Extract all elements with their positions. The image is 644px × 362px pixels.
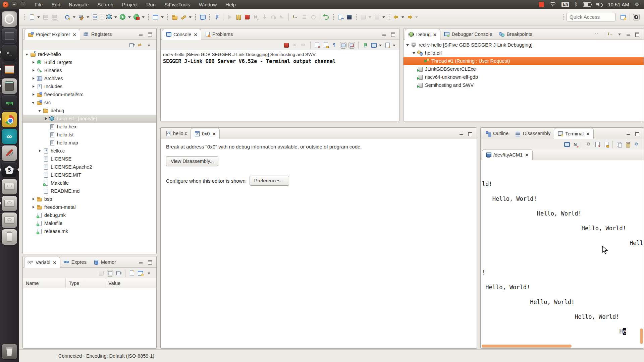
tree-item-hello-elf[interactable]: hello.elf [404, 49, 644, 57]
dock-item-workspace-switcher[interactable] [2, 28, 17, 44]
tab-dev-ttyacm1[interactable]: /dev/ttyACM1× [482, 149, 533, 160]
step-return-icon[interactable] [279, 14, 285, 20]
step-into-icon[interactable] [262, 14, 268, 20]
window-minimize-button[interactable]: – [11, 1, 17, 8]
istep-icon[interactable] [607, 31, 614, 37]
terminal-output[interactable]: ld! Hello, World! Hello, World! Hello, W… [481, 160, 644, 335]
column-value[interactable]: Value [105, 278, 156, 288]
link-editor-icon[interactable] [138, 42, 144, 48]
run-icon[interactable] [120, 14, 126, 20]
expand-arrow[interactable] [25, 52, 30, 57]
tree-item-license-apache2[interactable]: LICENSE.Apache2 [23, 163, 156, 171]
save-icon[interactable] [43, 14, 49, 20]
forward-icon[interactable] [407, 14, 413, 20]
dropdown-icon[interactable] [128, 14, 131, 20]
tree-item-binaries[interactable]: Binaries [23, 66, 156, 74]
save-all-icon[interactable] [51, 14, 57, 20]
tree-item-freedom-metal[interactable]: freedom-metal [23, 203, 156, 211]
dropdown-icon[interactable] [401, 14, 405, 20]
tab-debugger-console[interactable]: Debugger Console [440, 28, 495, 40]
layout-icon[interactable] [107, 270, 113, 276]
dropdown-icon[interactable] [114, 14, 118, 20]
tab-project-explorer[interactable]: Project Explorer× [24, 29, 80, 40]
view-menu-icon[interactable] [146, 270, 152, 276]
suspend-icon[interactable] [235, 14, 241, 20]
dock-item-usb-drive[interactable] [2, 229, 17, 245]
dock-item-system-tools[interactable]: ⚙ [2, 145, 17, 161]
sifive-perspective-icon[interactable] [633, 14, 639, 20]
filters-icon[interactable] [302, 14, 308, 20]
gray1-icon[interactable] [360, 14, 366, 20]
paste-icon[interactable] [625, 141, 631, 147]
term-clear-icon[interactable] [594, 141, 600, 147]
terminate-icon[interactable] [283, 42, 289, 48]
copy-icon[interactable] [616, 141, 622, 147]
gray2-icon[interactable] [374, 14, 380, 20]
memwin-icon[interactable] [346, 14, 352, 20]
dock-item-arduino[interactable]: ∞ [2, 129, 17, 144]
keyboard-layout-indicator[interactable]: En [561, 2, 569, 7]
wifi-icon[interactable] [549, 2, 556, 7]
new-wizard-icon[interactable] [29, 14, 35, 20]
step-over-icon[interactable] [270, 14, 276, 20]
tab-0x0[interactable]: 0x0× [191, 128, 220, 139]
min-icon[interactable] [626, 31, 632, 37]
tree-item-debug[interactable]: debug [23, 107, 156, 115]
debug-bug-icon[interactable] [106, 14, 112, 20]
max-icon[interactable] [147, 259, 153, 265]
pin-icon[interactable] [214, 14, 220, 20]
dock-item-chrome[interactable] [2, 112, 17, 127]
expand-arrow[interactable] [38, 148, 42, 153]
tab-expres[interactable]: Expres [60, 256, 90, 267]
dock-item-freedom-studio[interactable]: 5 [2, 162, 17, 178]
term-settings-icon[interactable] [586, 141, 592, 147]
console-v-icon[interactable] [200, 14, 206, 20]
convert-icon[interactable] [337, 14, 343, 20]
expand-arrow[interactable] [38, 108, 42, 113]
tab-console[interactable]: Console× [162, 29, 201, 40]
battery-icon[interactable] [583, 2, 591, 7]
record-indicator-icon[interactable] [539, 2, 544, 7]
dock-item-terminal-app[interactable]: >_ [2, 45, 17, 60]
preferences-button[interactable]: Preferences... [250, 176, 289, 186]
remove-icon[interactable] [292, 42, 298, 48]
open-perspective-icon[interactable] [620, 14, 626, 20]
bluetooth-icon[interactable]: ᛒ [575, 1, 578, 7]
terminal-vertical-scrollbar[interactable] [640, 328, 643, 344]
tab-breakpoints[interactable]: Breakpoints [495, 28, 536, 40]
close-icon[interactable]: × [53, 260, 57, 265]
dock-item-trash[interactable] [2, 344, 17, 359]
dropdown-icon[interactable] [392, 42, 396, 48]
tree-item-hello-map[interactable]: hello.map [23, 139, 156, 147]
flash-icon[interactable] [323, 14, 329, 20]
open-view-icon[interactable] [138, 270, 144, 276]
tree-item-semihosting-and-swv[interactable]: Semihosting and SWV [404, 81, 644, 89]
menu-navigate[interactable]: Navigate [65, 1, 92, 8]
remove-all-icon[interactable] [301, 42, 307, 48]
expand-arrow[interactable] [31, 197, 36, 201]
display-console-icon[interactable] [371, 42, 377, 48]
close-icon[interactable]: × [212, 131, 216, 136]
expand-arrow[interactable] [31, 68, 36, 73]
tree-item-hello-lst[interactable]: hello.lst [23, 131, 156, 139]
min-icon[interactable] [381, 31, 387, 37]
tab-terminal[interactable]: Terminal× [554, 128, 594, 139]
tree-item-readme-md[interactable]: README.md [23, 187, 156, 195]
show-types-icon[interactable] [98, 270, 104, 276]
menu-file[interactable]: File [31, 1, 46, 8]
tab-registers[interactable]: Registers [80, 28, 115, 40]
binary-icon[interactable] [92, 14, 98, 20]
collapse-all-icon[interactable] [116, 270, 122, 276]
tree-item-hello-hex[interactable]: hello.hex [23, 123, 156, 131]
disconnect-icon[interactable] [253, 14, 259, 20]
tree-item-archives[interactable]: Archives [23, 74, 156, 82]
tab-disassembly[interactable]: Disassembly [512, 128, 554, 139]
close-icon[interactable]: × [194, 32, 198, 37]
profile-icon[interactable] [133, 14, 140, 20]
disconnect-t-icon[interactable] [573, 141, 579, 147]
min-icon[interactable] [626, 130, 632, 136]
expand-arrow[interactable] [412, 51, 417, 55]
tree-item-freedom-metal-src[interactable]: freedom-metal/src [23, 90, 156, 99]
window-close-button[interactable]: × [2, 1, 9, 8]
menu-edit[interactable]: Edit [48, 1, 64, 8]
